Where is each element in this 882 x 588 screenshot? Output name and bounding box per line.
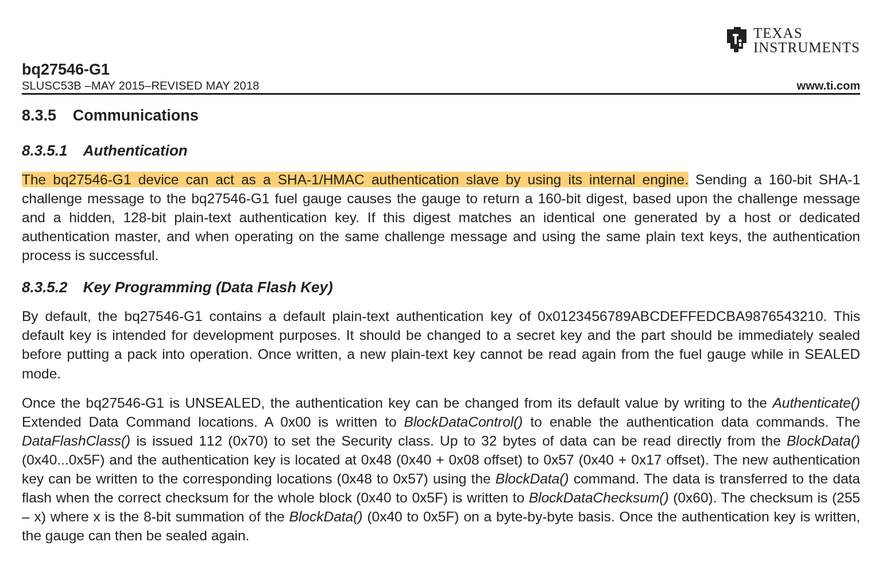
api-name: BlockData(): [787, 433, 860, 448]
section-title: Communications: [73, 107, 199, 124]
subsection-title: Key Programming (Data Flash Key): [83, 278, 333, 296]
subsection-heading-keyprog: 8.3.5.2 Key Programming (Data Flash Key): [22, 278, 860, 296]
brand-line2: INSTRUMENTS: [753, 40, 860, 55]
api-name: BlockData(): [289, 509, 363, 524]
subsection-number: 8.3.5.2: [22, 278, 68, 296]
keyprog-paragraph-2: Once the bq27546-G1 is UNSEALED, the aut…: [22, 393, 860, 546]
section-number: 8.3.5: [22, 107, 56, 124]
subsection-title: Authentication: [83, 142, 188, 159]
api-name: DataFlashClass(): [22, 433, 130, 448]
text-run: Once the bq27546-G1 is UNSEALED, the aut…: [22, 395, 772, 411]
doc-revision: SLUSC53B –MAY 2015–REVISED MAY 2018: [22, 79, 260, 92]
website-url: www.ti.com: [797, 79, 860, 92]
document-body: 8.3.5 Communications 8.3.5.1 Authenticat…: [22, 105, 860, 555]
api-name: BlockDataControl(): [404, 414, 523, 430]
text-run: to enable the authentication data comman…: [523, 414, 860, 430]
authentication-paragraph: The bq27546-G1 device can act as a SHA-1…: [22, 170, 860, 265]
keyprog-paragraph-1: By default, the bq27546-G1 contains a de…: [22, 307, 860, 382]
page: TEXAS INSTRUMENTS bq27546-G1 SLUSC53B –M…: [0, 0, 882, 588]
svg-point-0: [738, 39, 741, 42]
text-run: is issued 112 (0x70) to set the Security…: [130, 433, 787, 448]
api-name: BlockData(): [496, 471, 569, 486]
brand-name: TEXAS INSTRUMENTS: [753, 26, 860, 55]
part-number: bq27546-G1: [22, 61, 110, 79]
section-heading: 8.3.5 Communications: [22, 107, 860, 125]
api-name: Authenticate(): [772, 395, 860, 411]
brand-line1: TEXAS: [753, 26, 860, 40]
ti-chip-icon: [721, 26, 749, 53]
header-divider: [22, 93, 860, 95]
highlighted-sentence: The bq27546-G1 device can act as a SHA-1…: [22, 172, 688, 187]
subsection-number: 8.3.5.1: [22, 142, 68, 159]
text-run: Extended Data Command locations. A 0x00 …: [22, 414, 404, 430]
api-name: BlockDataChecksum(): [529, 490, 669, 505]
subsection-heading-auth: 8.3.5.1 Authentication: [22, 142, 860, 160]
brand-logo: TEXAS INSTRUMENTS: [721, 26, 860, 55]
